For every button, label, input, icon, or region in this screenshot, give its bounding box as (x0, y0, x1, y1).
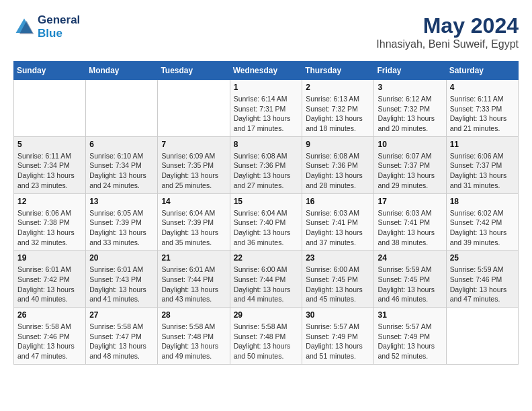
calendar-cell: 30Sunrise: 5:57 AMSunset: 7:49 PMDayligh… (302, 308, 374, 365)
calendar-cell: 18Sunrise: 6:02 AMSunset: 7:42 PMDayligh… (446, 193, 518, 250)
weekday-header-tuesday: Tuesday (158, 62, 230, 80)
day-info: Sunrise: 6:00 AMSunset: 7:45 PMDaylight:… (306, 265, 370, 304)
day-info: Sunrise: 6:11 AMSunset: 7:34 PMDaylight:… (17, 151, 82, 191)
day-number: 19 (17, 253, 82, 263)
logo-line2: Blue (38, 27, 80, 40)
day-info: Sunrise: 5:59 AMSunset: 7:45 PMDaylight:… (378, 265, 442, 304)
calendar-cell: 9Sunrise: 6:08 AMSunset: 7:36 PMDaylight… (302, 136, 374, 193)
day-number: 24 (378, 253, 442, 263)
day-info: Sunrise: 6:06 AMSunset: 7:38 PMDaylight:… (17, 208, 82, 248)
calendar-week-5: 26Sunrise: 5:58 AMSunset: 7:46 PMDayligh… (14, 308, 519, 365)
calendar-header: SundayMondayTuesdayWednesdayThursdayFrid… (14, 62, 519, 80)
day-info: Sunrise: 6:07 AMSunset: 7:37 PMDaylight:… (378, 151, 442, 191)
day-info: Sunrise: 6:03 AMSunset: 7:41 PMDaylight:… (378, 208, 442, 248)
calendar-cell: 14Sunrise: 6:04 AMSunset: 7:39 PMDayligh… (158, 193, 230, 250)
title-block: May 2024 Ihnasiyah, Beni Suweif, Egypt (376, 13, 519, 50)
calendar-cell: 31Sunrise: 5:57 AMSunset: 7:49 PMDayligh… (374, 308, 446, 365)
calendar-cell: 20Sunrise: 6:01 AMSunset: 7:43 PMDayligh… (86, 250, 158, 308)
weekday-header-monday: Monday (86, 62, 158, 80)
calendar-cell: 7Sunrise: 6:09 AMSunset: 7:35 PMDaylight… (158, 136, 230, 193)
day-number: 6 (89, 140, 154, 149)
day-info: Sunrise: 5:57 AMSunset: 7:49 PMDaylight:… (378, 322, 442, 361)
day-number: 8 (234, 140, 299, 149)
day-number: 5 (17, 140, 82, 149)
day-info: Sunrise: 6:01 AMSunset: 7:44 PMDaylight:… (161, 265, 226, 304)
calendar-cell: 24Sunrise: 5:59 AMSunset: 7:45 PMDayligh… (374, 250, 446, 308)
day-info: Sunrise: 5:58 AMSunset: 7:48 PMDaylight:… (161, 322, 226, 361)
day-number: 7 (161, 140, 226, 149)
day-number: 21 (161, 253, 226, 263)
day-info: Sunrise: 6:04 AMSunset: 7:39 PMDaylight:… (161, 208, 226, 248)
day-number: 30 (306, 310, 370, 320)
day-number: 17 (378, 197, 442, 206)
subtitle: Ihnasiyah, Beni Suweif, Egypt (376, 38, 519, 50)
calendar-cell (14, 80, 86, 137)
calendar-cell: 25Sunrise: 5:59 AMSunset: 7:46 PMDayligh… (446, 250, 518, 308)
day-number: 18 (450, 197, 515, 206)
calendar-cell: 1Sunrise: 6:14 AMSunset: 7:31 PMDaylight… (230, 80, 302, 137)
day-info: Sunrise: 5:58 AMSunset: 7:47 PMDaylight:… (89, 322, 154, 361)
day-number: 1 (234, 83, 299, 92)
day-info: Sunrise: 6:06 AMSunset: 7:37 PMDaylight:… (450, 151, 515, 191)
day-info: Sunrise: 6:02 AMSunset: 7:42 PMDaylight:… (450, 208, 515, 248)
calendar-body: 1Sunrise: 6:14 AMSunset: 7:31 PMDaylight… (14, 80, 519, 365)
day-number: 4 (450, 83, 515, 92)
day-number: 29 (234, 310, 299, 320)
calendar-cell: 23Sunrise: 6:00 AMSunset: 7:45 PMDayligh… (302, 250, 374, 308)
day-number: 12 (17, 197, 82, 206)
weekday-header-row: SundayMondayTuesdayWednesdayThursdayFrid… (14, 62, 519, 80)
weekday-header-wednesday: Wednesday (230, 62, 302, 80)
day-info: Sunrise: 5:58 AMSunset: 7:46 PMDaylight:… (17, 322, 82, 361)
weekday-header-sunday: Sunday (14, 62, 86, 80)
weekday-header-saturday: Saturday (446, 62, 518, 80)
day-number: 11 (450, 140, 515, 149)
main-title: May 2024 (376, 13, 519, 38)
day-info: Sunrise: 6:10 AMSunset: 7:34 PMDaylight:… (89, 151, 154, 191)
day-number: 28 (161, 310, 226, 320)
calendar-cell: 19Sunrise: 6:01 AMSunset: 7:42 PMDayligh… (14, 250, 86, 308)
day-number: 10 (378, 140, 442, 149)
day-info: Sunrise: 6:01 AMSunset: 7:43 PMDaylight:… (89, 265, 154, 304)
day-info: Sunrise: 6:08 AMSunset: 7:36 PMDaylight:… (306, 151, 370, 191)
calendar-cell: 28Sunrise: 5:58 AMSunset: 7:48 PMDayligh… (158, 308, 230, 365)
day-number: 13 (89, 197, 154, 206)
weekday-header-thursday: Thursday (302, 62, 374, 80)
day-number: 27 (89, 310, 154, 320)
calendar-cell (446, 308, 518, 365)
calendar-cell (86, 80, 158, 137)
calendar-cell: 22Sunrise: 6:00 AMSunset: 7:44 PMDayligh… (230, 250, 302, 308)
day-number: 23 (306, 253, 370, 263)
day-info: Sunrise: 6:05 AMSunset: 7:39 PMDaylight:… (89, 208, 154, 248)
day-info: Sunrise: 6:09 AMSunset: 7:35 PMDaylight:… (161, 151, 226, 191)
day-number: 31 (378, 310, 442, 320)
day-info: Sunrise: 6:12 AMSunset: 7:32 PMDaylight:… (378, 94, 442, 134)
calendar-cell: 21Sunrise: 6:01 AMSunset: 7:44 PMDayligh… (158, 250, 230, 308)
day-number: 9 (306, 140, 370, 149)
calendar-cell: 2Sunrise: 6:13 AMSunset: 7:32 PMDaylight… (302, 80, 374, 137)
day-info: Sunrise: 6:04 AMSunset: 7:40 PMDaylight:… (234, 208, 299, 248)
day-number: 16 (306, 197, 370, 206)
calendar-week-3: 12Sunrise: 6:06 AMSunset: 7:38 PMDayligh… (14, 193, 519, 250)
calendar-week-4: 19Sunrise: 6:01 AMSunset: 7:42 PMDayligh… (14, 250, 519, 308)
calendar-cell: 13Sunrise: 6:05 AMSunset: 7:39 PMDayligh… (86, 193, 158, 250)
day-info: Sunrise: 5:58 AMSunset: 7:48 PMDaylight:… (234, 322, 299, 361)
calendar-cell: 8Sunrise: 6:08 AMSunset: 7:36 PMDaylight… (230, 136, 302, 193)
calendar-cell: 3Sunrise: 6:12 AMSunset: 7:32 PMDaylight… (374, 80, 446, 137)
calendar-cell: 5Sunrise: 6:11 AMSunset: 7:34 PMDaylight… (14, 136, 86, 193)
day-number: 26 (17, 310, 82, 320)
calendar-cell: 16Sunrise: 6:03 AMSunset: 7:41 PMDayligh… (302, 193, 374, 250)
day-info: Sunrise: 6:14 AMSunset: 7:31 PMDaylight:… (234, 94, 299, 134)
calendar-cell: 12Sunrise: 6:06 AMSunset: 7:38 PMDayligh… (14, 193, 86, 250)
weekday-header-friday: Friday (374, 62, 446, 80)
day-number: 20 (89, 253, 154, 263)
day-number: 3 (378, 83, 442, 92)
logo-icon (13, 16, 35, 38)
calendar-cell: 11Sunrise: 6:06 AMSunset: 7:37 PMDayligh… (446, 136, 518, 193)
calendar-cell: 17Sunrise: 6:03 AMSunset: 7:41 PMDayligh… (374, 193, 446, 250)
day-number: 2 (306, 83, 370, 92)
calendar-cell: 15Sunrise: 6:04 AMSunset: 7:40 PMDayligh… (230, 193, 302, 250)
calendar-cell: 6Sunrise: 6:10 AMSunset: 7:34 PMDaylight… (86, 136, 158, 193)
logo-line1: General (38, 13, 80, 27)
calendar-table: SundayMondayTuesdayWednesdayThursdayFrid… (13, 61, 519, 365)
calendar-cell (158, 80, 230, 137)
